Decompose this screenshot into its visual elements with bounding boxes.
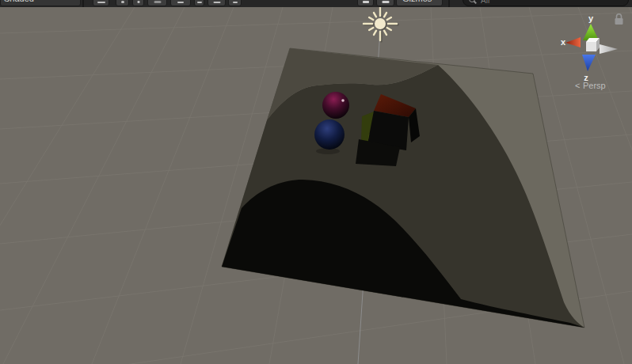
scene-search-input[interactable]: All bbox=[463, 0, 629, 6]
snap-toggle-button[interactable] bbox=[207, 0, 226, 6]
gizmos-dropdown[interactable]: Gizmos bbox=[396, 0, 443, 6]
sphere-blue[interactable] bbox=[314, 119, 345, 150]
projection-mode-label[interactable]: Persp bbox=[583, 81, 606, 90]
lightbulb-icon bbox=[121, 1, 124, 3]
toolbar-separator bbox=[82, 0, 84, 7]
grid-toggle-button[interactable] bbox=[194, 0, 204, 6]
audio-toggle-button[interactable] bbox=[132, 0, 144, 6]
effects-dropdown-button[interactable] bbox=[147, 0, 167, 6]
effects-icon bbox=[154, 1, 161, 3]
frame-selected-button[interactable] bbox=[357, 0, 374, 6]
speaker-icon bbox=[137, 1, 139, 3]
gizmo-center-cube[interactable] bbox=[586, 38, 600, 51]
2d-toggle-button[interactable] bbox=[93, 0, 109, 6]
persp-chevron-icon[interactable]: < bbox=[575, 81, 580, 90]
tool-icon bbox=[233, 2, 238, 3]
extra-toggle-button[interactable] bbox=[228, 0, 242, 6]
star-icon bbox=[363, 1, 369, 3]
gizmos-label: Gizmos bbox=[402, 0, 432, 3]
layers-icon bbox=[382, 1, 389, 3]
scene-view[interactable]: y x z < Persp bbox=[0, 7, 632, 364]
magnet-icon bbox=[213, 2, 220, 3]
2d-icon bbox=[97, 2, 105, 3]
sphere-magenta[interactable] bbox=[322, 92, 349, 119]
layers-button[interactable] bbox=[376, 0, 394, 6]
lighting-toggle-button[interactable] bbox=[116, 0, 129, 6]
unity-scene-view-window: Shaded Gizmos All bbox=[0, 0, 632, 364]
draw-mode-label: Shaded bbox=[4, 0, 34, 3]
sun-core bbox=[375, 18, 386, 29]
search-icon bbox=[469, 0, 475, 2]
scene-toolbar: Shaded Gizmos All bbox=[0, 0, 632, 7]
y-axis-label[interactable]: y bbox=[588, 13, 594, 23]
draw-mode-dropdown[interactable]: Shaded bbox=[0, 0, 81, 6]
hidden-objects-button[interactable] bbox=[170, 0, 191, 6]
eye-icon bbox=[177, 2, 184, 3]
toolbar-separator bbox=[448, 0, 450, 7]
search-filter-label: All bbox=[481, 0, 489, 5]
grid-icon bbox=[197, 2, 202, 3]
specular-highlight bbox=[341, 99, 345, 102]
x-axis-label[interactable]: x bbox=[561, 37, 566, 47]
